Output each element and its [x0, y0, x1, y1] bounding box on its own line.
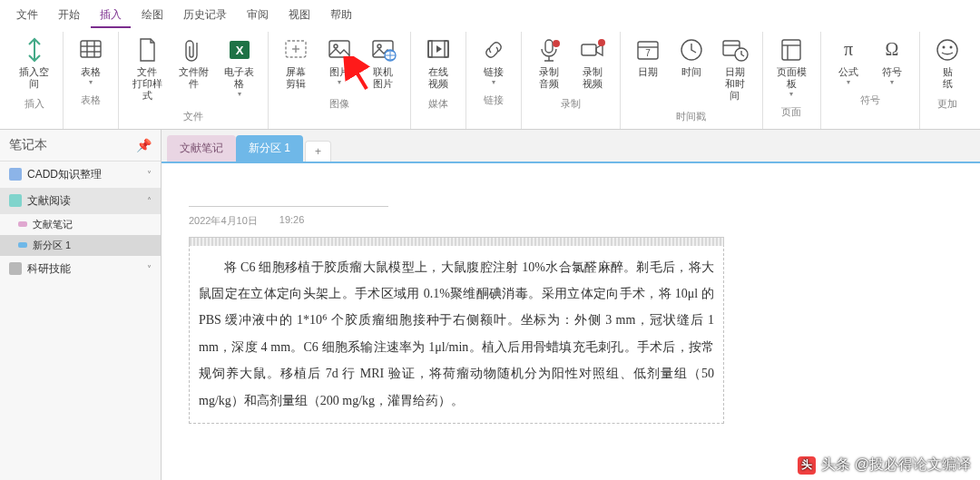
- ribbon-btn-label: 在线 视频: [428, 66, 448, 90]
- ribbon-btn-audio-rec[interactable]: 录制 音频: [529, 32, 569, 93]
- menu-帮助[interactable]: 帮助: [321, 4, 361, 28]
- sticker-icon: [933, 35, 962, 64]
- notebook-item[interactable]: 文献阅读˄: [0, 188, 161, 214]
- svg-rect-11: [329, 41, 349, 57]
- menu-插入[interactable]: 插入: [91, 4, 131, 28]
- menu-开始[interactable]: 开始: [49, 4, 89, 28]
- svg-rect-22: [582, 44, 596, 55]
- notebook-color-icon: [9, 262, 22, 275]
- page-title-input[interactable]: [189, 181, 388, 207]
- ribbon-group-符号: π公式▾Ω符号▾符号: [821, 32, 920, 129]
- note-paragraph[interactable]: 将 C6 细胞移植于胶质瘤大鼠模型上，大鼠腹腔注射 10%水合氯醛麻醉。剃毛后，…: [199, 254, 714, 414]
- chevron-down-icon: ▾: [238, 90, 241, 98]
- datetime-icon: [720, 35, 750, 64]
- ribbon-btn-label: 电子表格: [223, 66, 255, 90]
- section-name: 文献笔记: [33, 218, 73, 231]
- menu-绘图[interactable]: 绘图: [132, 4, 172, 28]
- ribbon-group-页面: 页面模板▾页面: [763, 32, 821, 129]
- video-rec-icon: [578, 35, 607, 64]
- svg-marker-19: [436, 45, 442, 53]
- picture-icon: [325, 35, 354, 64]
- ribbon-btn-picture[interactable]: 图片▾: [319, 32, 359, 93]
- ribbon-btn-sticker[interactable]: 贴 纸: [927, 32, 967, 93]
- online-picture-icon: [368, 35, 397, 64]
- section-tab[interactable]: 文献笔记: [167, 135, 236, 162]
- ribbon-btn-date[interactable]: 7日期: [628, 32, 668, 106]
- ribbon-group-label: 文件: [183, 106, 203, 129]
- svg-point-21: [553, 40, 560, 47]
- menu-审阅[interactable]: 审阅: [238, 4, 278, 28]
- section-color-icon: [18, 242, 27, 248]
- ribbon-btn-insert-space[interactable]: 插入空间: [13, 32, 55, 93]
- chevron-up-icon[interactable]: ˄: [147, 196, 152, 206]
- page-time: 19:26: [279, 214, 305, 228]
- ribbon-btn-label: 文件 打印样式: [132, 66, 163, 103]
- chevron-down-icon: ▾: [890, 78, 894, 86]
- svg-rect-31: [782, 40, 800, 60]
- file-print-icon: [132, 35, 162, 64]
- pin-icon[interactable]: 📌: [136, 138, 152, 152]
- ribbon-btn-online-picture[interactable]: 联机图片: [363, 32, 403, 93]
- chevron-down-icon[interactable]: ˅: [147, 264, 152, 274]
- menu-文件[interactable]: 文件: [7, 4, 47, 28]
- chevron-down-icon: ▾: [789, 90, 793, 98]
- ribbon-group-表格: 表格▾表格: [64, 32, 119, 129]
- chevron-down-icon: ▾: [338, 78, 341, 86]
- ribbon-btn-attachment[interactable]: 文件附件: [172, 32, 215, 106]
- ribbon-group-label: 更加: [937, 93, 957, 116]
- chevron-down-icon: ▾: [89, 78, 93, 86]
- ribbon-btn-screenshot[interactable]: 屏幕剪辑: [276, 32, 316, 93]
- note-drag-handle[interactable]: [189, 237, 724, 246]
- svg-point-37: [943, 46, 946, 49]
- section-tab[interactable]: 新分区 1: [236, 135, 303, 162]
- attachment-icon: [179, 35, 208, 64]
- notebook-item[interactable]: 科研技能˅: [0, 256, 161, 282]
- svg-text:X: X: [235, 44, 243, 57]
- ribbon-group-label: 录制: [561, 93, 581, 116]
- ribbon-btn-label: 链接: [484, 66, 504, 78]
- ribbon-btn-file-print[interactable]: 文件 打印样式: [126, 32, 169, 106]
- insert-space-icon: [20, 35, 49, 64]
- ribbon-btn-label: 插入空间: [18, 66, 50, 90]
- chevron-down-icon: ▾: [847, 78, 850, 86]
- ribbon-btn-table[interactable]: 表格▾: [71, 32, 111, 90]
- ribbon-btn-label: 录制 音频: [539, 66, 559, 90]
- video-icon: [424, 35, 453, 64]
- section-item[interactable]: 文献笔记: [0, 214, 161, 235]
- ribbon-group-更加: 贴 纸更加: [920, 32, 975, 129]
- svg-rect-20: [545, 40, 553, 53]
- ribbon-btn-equation[interactable]: π公式▾: [828, 32, 868, 90]
- chevron-down-icon[interactable]: ˅: [147, 170, 152, 180]
- content-area: 文献笔记新分区 1+ 2022年4月10日 19:26 将 C6 细胞移植于胶质…: [162, 130, 980, 480]
- ribbon-btn-symbol[interactable]: Ω符号▾: [872, 32, 912, 90]
- section-item[interactable]: 新分区 1: [0, 235, 161, 256]
- ribbon-btn-link[interactable]: 链接▾: [474, 32, 514, 90]
- svg-point-14: [377, 44, 381, 48]
- svg-point-23: [598, 39, 605, 46]
- time-icon: [677, 35, 706, 64]
- ribbon-btn-template[interactable]: 页面模板▾: [770, 32, 813, 102]
- ribbon-group-媒体: 在线 视频媒体: [411, 32, 466, 129]
- ribbon-btn-label: 日期: [638, 66, 658, 78]
- note-body[interactable]: 将 C6 细胞移植于胶质瘤大鼠模型上，大鼠腹腔注射 10%水合氯醛麻醉。剃毛后，…: [199, 254, 714, 414]
- ribbon-group-label: 插入: [24, 93, 44, 116]
- svg-rect-17: [428, 41, 432, 57]
- symbol-icon: Ω: [877, 35, 906, 64]
- menu-视图[interactable]: 视图: [279, 4, 319, 28]
- menu-历史记录[interactable]: 历史记录: [174, 4, 236, 28]
- ribbon-group-录制: 录制 音频录制 视频录制: [522, 32, 621, 129]
- svg-point-12: [334, 44, 338, 48]
- section-name: 新分区 1: [33, 239, 71, 252]
- note-container[interactable]: 将 C6 细胞移植于胶质瘤大鼠模型上，大鼠腹腔注射 10%水合氯醛麻醉。剃毛后，…: [189, 244, 724, 424]
- notebook-item[interactable]: CADD知识整理˅: [0, 162, 161, 188]
- chevron-down-icon: ▾: [492, 78, 495, 86]
- add-section-button[interactable]: +: [305, 141, 331, 162]
- ribbon-btn-time[interactable]: 时间: [671, 32, 711, 106]
- ribbon-btn-datetime[interactable]: 日期和时间: [715, 32, 755, 106]
- ribbon-btn-video-rec[interactable]: 录制 视频: [573, 32, 612, 93]
- ribbon-btn-spreadsheet[interactable]: X电子表格▾: [218, 32, 260, 106]
- ribbon-btn-video[interactable]: 在线 视频: [418, 32, 458, 93]
- page-canvas[interactable]: 2022年4月10日 19:26 将 C6 细胞移植于胶质瘤大鼠模型上，大鼠腹腔…: [162, 162, 980, 480]
- link-icon: [479, 35, 508, 64]
- ribbon-btn-label: 页面模板: [776, 66, 808, 90]
